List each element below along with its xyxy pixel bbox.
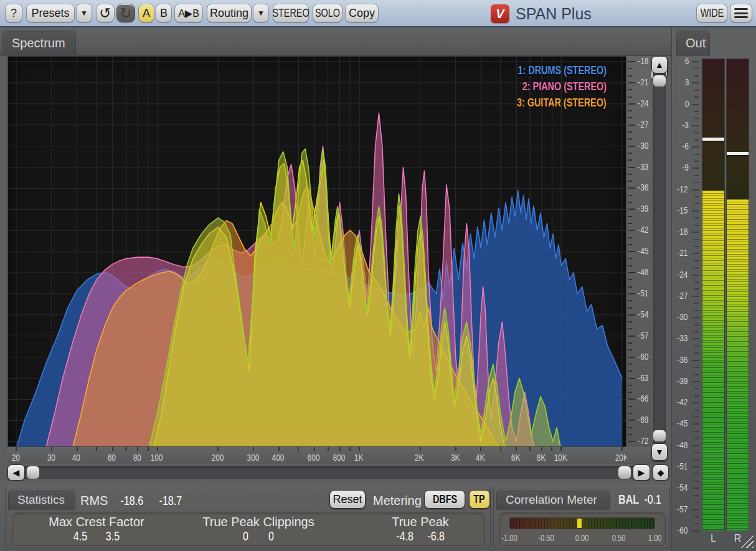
freq-tick-label: 6K — [503, 452, 528, 463]
freq-tick-label: 60 — [100, 452, 125, 463]
v-zoom-handle-bottom[interactable] — [653, 430, 666, 442]
freq-tick — [157, 447, 158, 451]
vertical-zoom-scrollbar[interactable]: ▲ ▼ — [651, 56, 668, 464]
meter-tick-label: -30 — [673, 311, 689, 322]
v-zoom-handle-top[interactable] — [653, 75, 666, 87]
tab-correlation-meter[interactable]: Correlation Meter — [496, 489, 610, 510]
reset-button[interactable]: Reset — [329, 490, 366, 509]
ab-state-b-button[interactable]: B — [156, 4, 172, 22]
db-tick-label: -54 — [635, 309, 650, 319]
routing-dropdown-button[interactable]: ▼ — [253, 4, 269, 22]
scroll-right-button[interactable]: ▶ — [633, 464, 650, 481]
freq-tick — [51, 447, 52, 451]
meter-tick — [694, 459, 699, 461]
freq-tick — [420, 447, 421, 451]
scroll-down-button[interactable]: ▼ — [651, 443, 668, 461]
copy-button[interactable]: Copy — [345, 4, 379, 22]
db-tick-label: -36 — [635, 182, 650, 192]
freq-tick-label: 40 — [64, 452, 89, 463]
meter-tick — [694, 175, 699, 176]
undo-button[interactable]: ↺ — [96, 4, 115, 22]
meter-segments — [702, 191, 724, 530]
horizontal-zoom-scrollbar[interactable]: ◀ ▶ ◆ — [7, 464, 668, 481]
meter-tick — [694, 374, 699, 375]
freq-tick — [516, 447, 517, 451]
wide-button[interactable]: WIDE — [696, 4, 727, 22]
db-tick — [628, 195, 632, 196]
db-tick-label: -45 — [635, 245, 650, 256]
plugin-title: SPAN Plus — [516, 5, 592, 23]
meter-tick — [694, 203, 699, 204]
freq-tick-label: 200 — [205, 452, 230, 463]
meter-tick — [694, 196, 699, 197]
db-tick — [628, 138, 632, 139]
meter-tick — [694, 118, 699, 119]
meter-tick — [694, 75, 699, 77]
ab-state-a-button[interactable]: A — [138, 4, 154, 22]
scroll-left-button[interactable]: ◀ — [7, 464, 25, 481]
spectrum-canvas[interactable] — [8, 57, 626, 446]
legend-item: 3: GUITAR (STEREO) — [494, 95, 607, 111]
meter-tick — [694, 139, 699, 141]
meter-tick-label: -45 — [673, 418, 689, 428]
meter-tick — [694, 388, 699, 389]
db-tick — [628, 159, 632, 161]
freq-tick — [112, 447, 113, 451]
db-tick — [628, 181, 632, 182]
meter-tick-label: 3 — [673, 77, 689, 87]
freq-tick — [217, 447, 219, 451]
a-to-b-copy-button[interactable]: A▶B — [174, 4, 203, 22]
meter-tick-label: 0 — [673, 98, 689, 109]
balance-value: -0.1 — [642, 492, 663, 507]
meter-tick-label: -60 — [673, 525, 689, 535]
meter-tick-label: -57 — [673, 504, 689, 514]
meter-tick-label: -27 — [673, 290, 689, 301]
solo-button[interactable]: SOLO — [313, 4, 343, 22]
h-zoom-handle-right[interactable] — [618, 466, 631, 479]
meter-tick — [692, 530, 699, 532]
freq-tick — [328, 447, 329, 451]
correlation-scale-label: 0.50 — [605, 533, 633, 543]
meter-tick — [692, 338, 699, 339]
db-tick — [628, 349, 632, 351]
freq-tick — [253, 447, 254, 451]
true-peak-toggle-button[interactable]: TP — [469, 490, 490, 509]
presets-button[interactable]: Presets — [26, 4, 75, 22]
stat-true-peak: True Peak -4.8-6.8 — [349, 515, 492, 544]
frequency-ruler[interactable]: 20304060801002003004006008001K2K3K4K6K8K… — [7, 447, 626, 464]
h-zoom-handle-left[interactable] — [26, 466, 40, 479]
tab-out[interactable]: Out — [676, 30, 710, 56]
meter-tick — [692, 296, 699, 297]
meter-tick — [692, 232, 699, 233]
meter-tick — [692, 381, 699, 382]
tab-spectrum[interactable]: Spectrum — [2, 30, 76, 56]
menu-button[interactable] — [730, 4, 752, 22]
meter-tick — [692, 317, 699, 318]
db-scale-ruler[interactable]: -18-21-24-27-30-33-36-39-42-45-48-51-54-… — [626, 56, 651, 447]
meter-tick — [694, 132, 699, 133]
meter-tick-label: -42 — [673, 397, 689, 407]
routing-button[interactable]: Routing — [207, 4, 252, 22]
presets-dropdown-button[interactable]: ▼ — [76, 4, 92, 22]
h-scroll-track[interactable] — [7, 466, 646, 479]
dbfs-button[interactable]: DBFS — [424, 490, 465, 509]
freq-tick — [359, 447, 360, 451]
meter-tick-label: -51 — [673, 461, 689, 471]
tab-statistics[interactable]: Statistics — [8, 489, 75, 510]
reset-zoom-button[interactable]: ◆ — [653, 464, 669, 481]
db-tick — [628, 265, 632, 266]
spectrum-display[interactable] — [7, 56, 626, 447]
freq-tick-label: 1K — [346, 452, 371, 463]
help-button[interactable]: ? — [5, 4, 22, 22]
meter-tick — [692, 210, 699, 212]
scroll-up-button[interactable]: ▲ — [651, 56, 668, 73]
db-tick — [628, 314, 635, 316]
db-tick — [628, 167, 635, 168]
redo-button[interactable]: ↻ — [116, 4, 135, 22]
chevron-down-icon: ▼ — [257, 9, 265, 17]
legend-item: 1: DRUMS (STEREO) — [494, 62, 607, 78]
v-scroll-track[interactable] — [653, 56, 666, 462]
db-tick — [628, 146, 635, 147]
db-tick-label: -63 — [635, 372, 650, 383]
stereo-button[interactable]: STEREO — [273, 4, 309, 22]
